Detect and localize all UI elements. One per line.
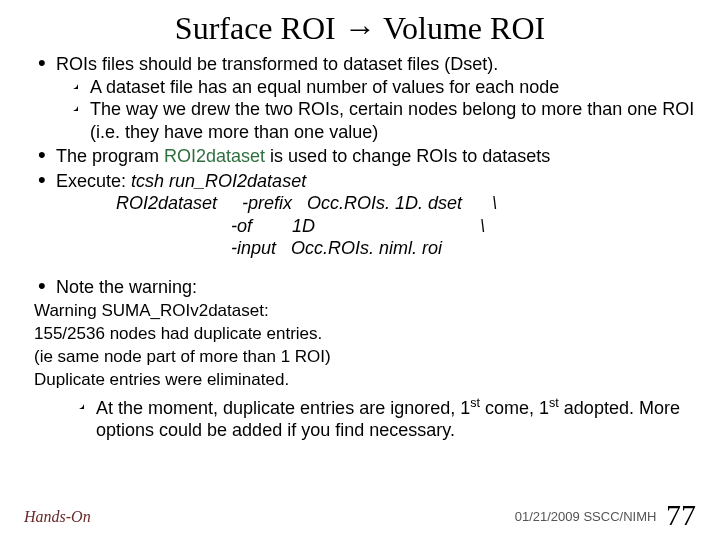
bullet-text: The program <box>56 146 164 166</box>
bullet-item: ROIs files should be transformed to data… <box>42 53 696 143</box>
bullet-list: Note the warning: <box>24 276 696 299</box>
page-number: 77 <box>660 498 696 531</box>
bullet-item: Note the warning: <box>42 276 696 299</box>
code-block: ROI2dataset -prefix Occ.ROIs. 1D. dset \… <box>56 192 696 260</box>
command-text: tcsh run_ROI2dataset <box>131 171 306 191</box>
bullet-text: Execute: <box>56 171 131 191</box>
bullet-text: is used to change ROIs to datasets <box>265 146 550 166</box>
code-line: -of 1D \ <box>116 216 485 236</box>
sub-text: The way we drew the two ROIs, certain no… <box>90 99 694 142</box>
sub-item: At the moment, duplicate entries are ign… <box>82 396 696 442</box>
sub-text: come, 1 <box>480 398 549 418</box>
sub-list: At the moment, duplicate entries are ign… <box>62 396 696 442</box>
bullet-text: Note the warning: <box>56 277 197 297</box>
spacer <box>24 262 696 276</box>
sub-list: A dataset file has an equal number of va… <box>56 76 696 144</box>
sub-item: The way we drew the two ROIs, certain no… <box>76 98 696 143</box>
program-name: ROI2dataset <box>164 146 265 166</box>
warning-line: (ie same node part of more than 1 ROI) <box>34 346 696 369</box>
superscript: st <box>549 396 559 410</box>
sub-item: A dataset file has an equal number of va… <box>76 76 696 99</box>
sub-text: A dataset file has an equal number of va… <box>90 77 559 97</box>
sub-text: At the moment, duplicate entries are ign… <box>96 398 470 418</box>
title-left: Surface ROI <box>175 10 336 46</box>
slide-title: Surface ROI → Volume ROI <box>24 10 696 47</box>
code-line: ROI2dataset -prefix Occ.ROIs. 1D. dset \ <box>116 193 497 213</box>
bullet-item: Execute: tcsh run_ROI2dataset ROI2datase… <box>42 170 696 260</box>
code-line: -input Occ.ROIs. niml. roi <box>116 238 442 258</box>
warning-line: 155/2536 nodes had duplicate entries. <box>34 323 696 346</box>
title-right: Volume ROI <box>383 10 545 46</box>
warning-line: Duplicate entries were eliminated. <box>34 369 696 392</box>
warning-line: Warning SUMA_ROIv2dataset: <box>34 300 696 323</box>
bullet-text: ROIs files should be transformed to data… <box>56 54 498 74</box>
superscript: st <box>470 396 480 410</box>
slide: Surface ROI → Volume ROI ROIs files shou… <box>0 0 720 540</box>
bullet-list: At the moment, duplicate entries are ign… <box>24 396 696 442</box>
footer-right: 01/21/2009 SSCC/NIMH 77 <box>515 498 696 532</box>
footer-hands-on: Hands-On <box>24 508 91 526</box>
arrow-right-icon: → <box>344 10 383 46</box>
footer-org: SSCC/NIMH <box>583 509 656 524</box>
bullet-list: ROIs files should be transformed to data… <box>24 53 696 260</box>
warning-block: Warning SUMA_ROIv2dataset: 155/2536 node… <box>34 300 696 392</box>
bullet-item: The program ROI2dataset is used to chang… <box>42 145 696 168</box>
footer-date: 01/21/2009 <box>515 509 580 524</box>
